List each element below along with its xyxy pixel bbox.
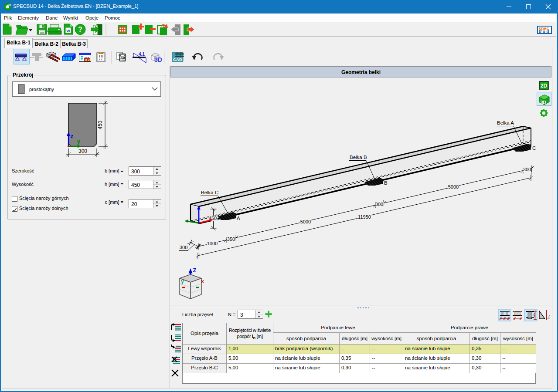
svg-text:300: 300: [78, 148, 87, 154]
svg-text:bud: bud: [539, 29, 551, 34]
svg-text:A: A: [237, 216, 240, 221]
svg-text:5000: 5000: [300, 219, 311, 224]
svg-text:300: 300: [375, 202, 383, 207]
svg-text:3D: 3D: [541, 100, 547, 105]
svg-text:x: x: [201, 278, 204, 284]
svg-text:5000: 5000: [448, 184, 459, 189]
svg-text:Z: Z: [193, 267, 197, 274]
svg-text:W: W: [66, 29, 70, 33]
svg-text:B: B: [384, 180, 388, 186]
svg-text:CAD: CAD: [173, 57, 182, 62]
svg-text:z: z: [71, 133, 73, 139]
svg-text:Belka B: Belka B: [350, 155, 367, 160]
svg-text:350: 350: [227, 237, 235, 242]
svg-text:1000: 1000: [207, 241, 218, 246]
svg-text:?: ?: [78, 26, 82, 33]
svg-text:y: y: [77, 139, 80, 145]
svg-text:EN: EN: [8, 3, 11, 6]
svg-text:y: y: [181, 278, 184, 284]
svg-text:Belka A: Belka A: [497, 120, 514, 125]
svg-text:Belka C: Belka C: [201, 190, 218, 195]
svg-text:4.1: 4.1: [139, 52, 145, 57]
svg-text:450: 450: [97, 121, 103, 129]
svg-text:300: 300: [523, 167, 531, 172]
svg-text:11950: 11950: [358, 214, 371, 220]
svg-text:C: C: [532, 145, 536, 151]
svg-text:2D: 2D: [541, 83, 548, 89]
svg-text:300: 300: [180, 245, 187, 250]
svg-text:3D: 3D: [154, 56, 162, 63]
